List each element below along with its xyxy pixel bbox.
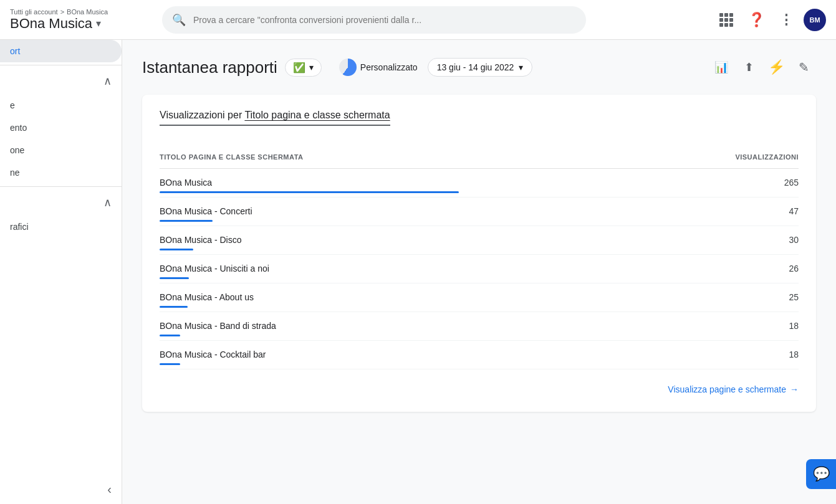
row-value-4: 25 [789, 292, 799, 302]
sidebar-section-2-header[interactable]: ∧ [0, 189, 122, 216]
date-range-text: 13 giu - 14 giu 2022 [437, 62, 514, 72]
row-label-0[interactable]: BOna Musica [160, 178, 212, 188]
edit-icon: ✎ [799, 60, 809, 75]
personalizzato-label: Personalizzato [360, 62, 418, 72]
footer-link[interactable]: Visualizza pagine e schermate → [668, 384, 799, 394]
table-header: TITOLO PAGINA E CLASSE SCHERMATA VISUALI… [160, 148, 799, 169]
avatar-text: BM [809, 16, 820, 24]
sidebar-item-label-0: e [10, 100, 15, 110]
apps-button[interactable] [714, 7, 739, 32]
sidebar-item-0[interactable]: e [0, 94, 122, 116]
sidebar-bottom: ‹ [0, 475, 122, 504]
status-dropdown-icon: ▾ [309, 62, 314, 72]
sidebar-divider-1 [0, 65, 122, 65]
row-label-3[interactable]: BOna Musica - Unisciti a noi [160, 264, 269, 273]
sidebar-item-s2-0[interactable]: rafici [0, 216, 122, 238]
chat-icon: 💬 [813, 466, 830, 482]
row-label-6[interactable]: BOna Musica - Cocktail bar [160, 349, 266, 359]
table-row: BOna Musica - About us 25 [160, 283, 799, 312]
row-label-1[interactable]: BOna Musica - Concerti [160, 206, 252, 216]
sidebar-item-2[interactable]: one [0, 139, 122, 161]
card-title: Visualizzazioni per Titolo pagina e clas… [160, 110, 390, 126]
breadcrumb-separator: > [60, 8, 64, 16]
edit-button[interactable]: ✎ [791, 55, 816, 80]
bar-4 [160, 306, 188, 308]
bar-container-0 [160, 191, 799, 193]
table-row: BOna Musica - Band di strada 18 [160, 312, 799, 341]
status-badge[interactable]: ✅ ▾ [285, 59, 322, 77]
row-value-2: 30 [789, 235, 799, 245]
footer-arrow-icon: → [790, 384, 799, 394]
row-value-3: 26 [789, 264, 799, 273]
collapse-icon-2: ∧ [103, 196, 112, 209]
bar-container-4 [160, 306, 799, 308]
row-value-0: 265 [784, 178, 799, 188]
main-layout: ort ∧ e ento one ne ∧ rafici ‹ [0, 40, 836, 504]
row-label-4[interactable]: BOna Musica - About us [160, 292, 254, 302]
breadcrumb-parent[interactable]: Tutti gli account [10, 8, 58, 16]
more-options-button[interactable]: ⋮ [774, 7, 799, 32]
help-icon: ❓ [748, 12, 765, 28]
collapse-icon-1: ∧ [103, 74, 112, 88]
row-label-5[interactable]: BOna Musica - Band di strada [160, 321, 276, 331]
sidebar-active-label: ort [10, 46, 20, 56]
header-icons: ❓ ⋮ BM [714, 7, 826, 32]
bar-container-3 [160, 277, 799, 279]
table-body: BOna Musica 265 BOna Musica - Concerti 4… [160, 169, 799, 369]
bar-1 [160, 220, 213, 222]
sidebar-item-3[interactable]: ne [0, 161, 122, 184]
col-views-title: VISUALIZZAZIONI [735, 153, 799, 161]
table-row: BOna Musica - Disco 30 [160, 226, 799, 255]
sidebar: ort ∧ e ento one ne ∧ rafici ‹ [0, 40, 122, 504]
bar-2 [160, 249, 193, 250]
row-label-2[interactable]: BOna Musica - Disco [160, 235, 241, 245]
breadcrumb: Tutti gli account > BOna Musica [10, 8, 147, 16]
page-header: Istantanea rapporti ✅ ▾ Personalizzato 1… [142, 55, 816, 80]
more-icon: ⋮ [779, 12, 794, 28]
row-value-5: 18 [789, 321, 799, 331]
search-input[interactable] [193, 15, 576, 25]
help-button[interactable]: ❓ [744, 7, 769, 32]
sidebar-item-1[interactable]: ento [0, 116, 122, 139]
sidebar-collapse-button[interactable]: ‹ [107, 482, 112, 497]
share-button[interactable]: ⬆ [736, 55, 761, 80]
sidebar-item-active[interactable]: ort [0, 40, 122, 62]
main-content: Istantanea rapporti ✅ ▾ Personalizzato 1… [122, 40, 836, 504]
table-row: BOna Musica - Concerti 47 [160, 197, 799, 226]
search-bar[interactable]: 🔍 [162, 6, 586, 34]
sidebar-item-s2-label-0: rafici [10, 222, 29, 232]
card-title-underlined: Titolo pagina e classe schermata [244, 110, 390, 120]
chat-widget[interactable]: 💬 [806, 459, 836, 489]
chart-icon: 📊 [714, 60, 728, 74]
insights-button[interactable]: ⚡ [764, 55, 789, 80]
toolbar-icons: 📊 ⬆ ⚡ ✎ [709, 55, 816, 80]
account-name-text: BOna Musica [10, 16, 92, 32]
report-card: Visualizzazioni per Titolo pagina e clas… [142, 95, 816, 412]
bar-container-6 [160, 363, 799, 365]
table-row: BOna Musica 265 [160, 169, 799, 197]
footer-link-text: Visualizza pagine e schermate [668, 384, 786, 394]
bar-5 [160, 335, 180, 336]
bar-6 [160, 363, 180, 365]
page-title: Istantanea rapporti [142, 58, 277, 77]
bar-container-1 [160, 220, 799, 222]
sidebar-divider-2 [0, 186, 122, 187]
insights-icon: ⚡ [768, 59, 785, 75]
card-title-section: Visualizzazioni per Titolo pagina e clas… [160, 110, 799, 138]
card-title-plain: Visualizzazioni per [160, 110, 244, 120]
chevron-down-icon: ▾ [96, 17, 101, 29]
date-range-picker[interactable]: 13 giu - 14 giu 2022 ▾ [428, 58, 533, 77]
personalizzato-circle-icon [339, 59, 357, 76]
bar-container-5 [160, 335, 799, 336]
sidebar-section-1-header[interactable]: ∧ [0, 68, 122, 94]
chart-view-button[interactable]: 📊 [709, 55, 734, 80]
search-icon: 🔍 [172, 13, 186, 27]
table-row: BOna Musica - Cocktail bar 18 [160, 341, 799, 369]
account-section: Tutti gli account > BOna Musica BOna Mus… [10, 8, 147, 32]
col-page-title: TITOLO PAGINA E CLASSE SCHERMATA [160, 153, 304, 161]
top-header: Tutti gli account > BOna Musica BOna Mus… [0, 0, 836, 40]
grid-icon [719, 13, 733, 27]
account-name-dropdown[interactable]: BOna Musica ▾ [10, 16, 147, 32]
avatar[interactable]: BM [804, 9, 826, 31]
bar-container-2 [160, 249, 799, 250]
